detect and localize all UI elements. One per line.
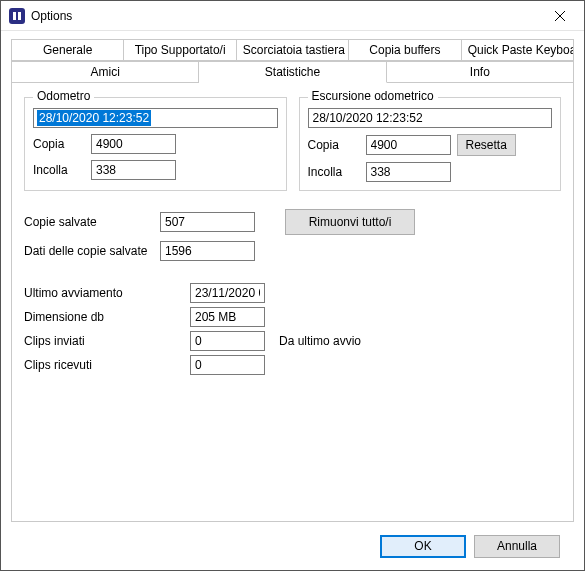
app-icon [9,8,25,24]
trip-paste-label: Incolla [308,165,360,179]
trip-group: Escursione odometrico Copia Resetta Inco… [299,97,562,191]
trip-copy-value[interactable] [366,135,451,155]
tab-amici[interactable]: Amici [12,61,199,83]
tab-statistiche-body: Odometro 28/10/2020 12:23:52 Copia Incol… [12,83,573,521]
reset-button[interactable]: Resetta [457,134,516,156]
pause-icon [12,11,22,21]
close-button[interactable] [537,2,582,30]
options-window: Options Generale Tipo Supportato/i Scorc… [0,0,585,571]
ok-button[interactable]: OK [380,535,466,558]
tab-row-1: Generale Tipo Supportato/i Scorciatoia t… [12,40,573,61]
tab-info[interactable]: Info [387,61,573,83]
trip-copy-label: Copia [308,138,360,152]
trip-legend: Escursione odometrico [308,89,438,103]
odometer-copy-value[interactable] [91,134,176,154]
clips-sent-value[interactable] [190,331,265,351]
odometer-date-selected: 28/10/2020 12:23:52 [37,110,151,126]
tab-statistiche[interactable]: Statistiche [199,61,386,83]
odometer-group: Odometro 28/10/2020 12:23:52 Copia Incol… [24,97,287,191]
tab-generale[interactable]: Generale [12,40,124,61]
window-title: Options [31,9,537,23]
client-area: Generale Tipo Supportato/i Scorciatoia t… [1,31,584,570]
titlebar: Options [1,1,584,31]
tab-copia-buffers[interactable]: Copia buffers [349,40,461,61]
saved-data-value[interactable] [160,241,255,261]
dialog-footer: OK Annulla [11,522,574,570]
svg-rect-0 [13,12,16,20]
last-start-value[interactable] [190,283,265,303]
tab-control: Generale Tipo Supportato/i Scorciatoia t… [11,39,574,522]
last-start-label: Ultimo avviamento [24,286,184,300]
trip-date-field[interactable] [308,108,553,128]
odometer-paste-value[interactable] [91,160,176,180]
tab-tipo-supportato[interactable]: Tipo Supportato/i [124,40,236,61]
saved-copies-value[interactable] [160,212,255,232]
clips-recv-value[interactable] [190,355,265,375]
db-size-value[interactable] [190,307,265,327]
saved-data-label: Dati delle copie salvate [24,244,154,258]
tab-scorciatoia[interactable]: Scorciatoia tastiera [237,40,349,61]
tab-strip: Generale Tipo Supportato/i Scorciatoia t… [12,40,573,83]
svg-rect-1 [18,12,21,20]
since-last-start-label: Da ultimo avvio [279,334,361,348]
odometer-paste-label: Incolla [33,163,85,177]
remove-all-button[interactable]: Rimuonvi tutto/i [285,209,415,235]
tab-quick-paste[interactable]: Quick Paste Keyboard [462,40,573,61]
odometer-date-field[interactable]: 28/10/2020 12:23:52 [33,108,278,128]
odometer-copy-label: Copia [33,137,85,151]
trip-paste-value[interactable] [366,162,451,182]
clips-sent-label: Clips inviati [24,334,184,348]
odometer-row: Odometro 28/10/2020 12:23:52 Copia Incol… [24,97,561,191]
odometer-legend: Odometro [33,89,94,103]
saved-copies-section: Copie salvate Rimuonvi tutto/i Dati dell… [24,209,561,261]
db-size-label: Dimensione db [24,310,184,324]
tab-row-2: Amici Statistiche Info [12,61,573,83]
stats-section: Ultimo avviamento Dimensione db Clips in… [24,283,561,375]
cancel-button[interactable]: Annulla [474,535,560,558]
close-icon [555,11,565,21]
clips-recv-label: Clips ricevuti [24,358,184,372]
saved-copies-label: Copie salvate [24,215,154,229]
